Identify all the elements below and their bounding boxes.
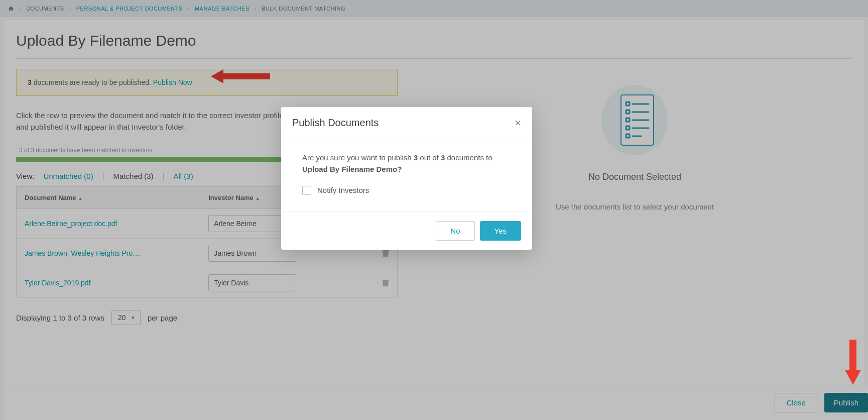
close-icon[interactable]: × — [515, 118, 521, 129]
notify-investors-checkbox[interactable] — [302, 186, 311, 195]
annotation-arrow-down — [843, 340, 863, 385]
publish-modal: Publish Documents × Are you sure you wan… — [281, 107, 532, 250]
no-button[interactable]: No — [436, 221, 474, 241]
yes-button[interactable]: Yes — [480, 221, 521, 241]
modal-title: Publish Documents — [292, 117, 379, 129]
notify-investors-label: Notify Investors — [317, 185, 369, 196]
modal-body: Are you sure you want to publish 3 out o… — [281, 139, 532, 212]
svg-marker-13 — [845, 340, 861, 385]
